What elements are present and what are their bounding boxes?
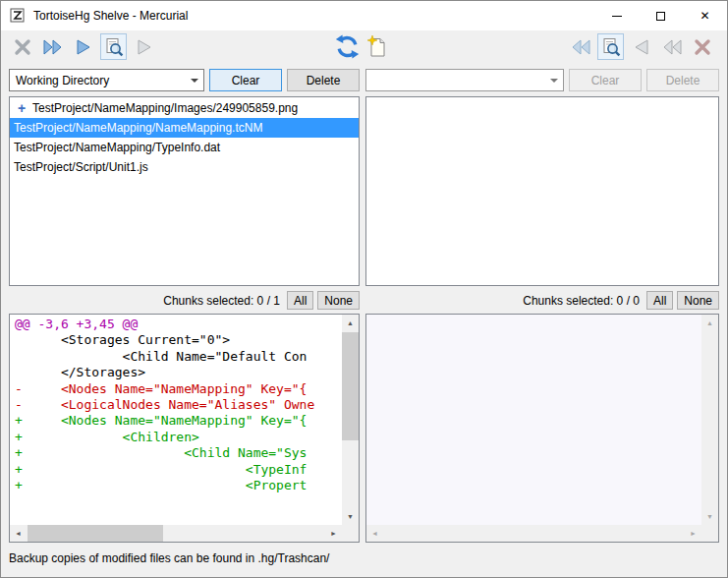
file-row[interactable]: TestProject/NameMapping/TypeInfo.dat bbox=[10, 138, 359, 157]
vertical-scrollbar[interactable]: ▲ ▼ bbox=[701, 315, 718, 525]
scrollbar-thumb[interactable] bbox=[342, 332, 359, 440]
scroll-right-icon[interactable]: ► bbox=[325, 525, 342, 542]
diff-context-line[interactable]: <Storages Current="0"> bbox=[15, 332, 342, 348]
right-all-button[interactable]: All bbox=[646, 291, 673, 310]
scrollbar-corner bbox=[342, 525, 359, 542]
left-file-list[interactable]: + TestProject/NameMapping/Images/2499058… bbox=[9, 96, 360, 286]
left-shelf-combobox[interactable]: Working Directory bbox=[9, 69, 204, 91]
right-chunks-label: Chunks selected: 0 / 0 bbox=[523, 294, 640, 308]
abort-x-icon bbox=[14, 38, 31, 56]
right-delete-button[interactable]: Delete bbox=[646, 69, 719, 91]
horizontal-scrollbar[interactable]: ◄ ► bbox=[10, 525, 342, 542]
new-file-icon bbox=[367, 35, 387, 58]
maximize-button[interactable] bbox=[639, 1, 683, 30]
diff-context-line[interactable]: </Storages> bbox=[15, 365, 342, 380]
right-clear-button[interactable]: Clear bbox=[569, 69, 642, 91]
right-shelf-combobox[interactable] bbox=[365, 69, 564, 91]
left-delete-button[interactable]: Delete bbox=[287, 69, 360, 91]
right-diff-panel: ▲ ▼ ◄ ► bbox=[365, 314, 719, 543]
diff-added-line[interactable]: + <Nodes Name="NameMapping" Key="{ bbox=[15, 413, 342, 429]
file-label: TestProject/NameMapping/TypeInfo.dat bbox=[14, 141, 220, 154]
diff-context-line[interactable]: <Child Name="Default Con bbox=[15, 349, 342, 365]
filter-row: Working Directory Clear Delete Clear Del… bbox=[9, 69, 719, 91]
diff-removed-line[interactable]: - <LogicalNodes Name="Aliases" Owne bbox=[15, 397, 342, 413]
left-clear-button[interactable]: Clear bbox=[209, 69, 282, 91]
left-chunks-label: Chunks selected: 0 / 1 bbox=[163, 294, 280, 308]
scroll-down-icon[interactable]: ▼ bbox=[342, 508, 359, 525]
left-diff-content[interactable]: @@ -3,6 +3,45 @@ <Storages Current="0"> … bbox=[10, 315, 342, 525]
minimize-button[interactable] bbox=[594, 1, 639, 30]
move-all-left-disabled-button[interactable] bbox=[658, 33, 685, 60]
app-icon bbox=[10, 8, 26, 24]
scroll-left-icon[interactable]: ◄ bbox=[366, 525, 383, 542]
delete-x-icon bbox=[694, 38, 711, 56]
move-right-disabled-button[interactable] bbox=[131, 33, 157, 60]
scroll-down-icon[interactable]: ▼ bbox=[701, 508, 718, 525]
right-chunks-bar: Chunks selected: 0 / 0 All None bbox=[365, 291, 719, 310]
right-diff-content[interactable] bbox=[366, 315, 701, 525]
left-combobox-value: Working Directory bbox=[16, 74, 109, 87]
file-row[interactable]: TestProject/Script/Unit1.js bbox=[10, 157, 359, 177]
right-file-list[interactable] bbox=[365, 96, 719, 286]
left-filter-half: Working Directory Clear Delete bbox=[9, 69, 360, 91]
right-arrow-icon bbox=[75, 38, 92, 56]
right-combobox-dropdown[interactable] bbox=[545, 71, 562, 89]
vertical-scrollbar[interactable]: ▲ ▼ bbox=[342, 315, 359, 525]
double-right-arrow-icon bbox=[42, 39, 64, 55]
scrollbar-corner bbox=[701, 525, 718, 542]
diff-removed-line[interactable]: - <Nodes Name="NameMapping" Key="{ bbox=[15, 381, 342, 397]
double-left-arrow-light-icon bbox=[570, 39, 591, 55]
scroll-left-icon[interactable]: ◄ bbox=[10, 525, 27, 542]
added-status-icon: + bbox=[14, 100, 29, 116]
edit-left-file-button[interactable] bbox=[100, 33, 127, 60]
file-row-added[interactable]: + TestProject/NameMapping/Images/2499058… bbox=[10, 98, 359, 118]
double-left-arrow-disabled-icon bbox=[661, 39, 683, 55]
horizontal-scrollbar[interactable]: ◄ ► bbox=[366, 525, 701, 542]
diff-row: @@ -3,6 +3,45 @@ <Storages Current="0"> … bbox=[9, 314, 719, 543]
left-none-button[interactable]: None bbox=[317, 291, 360, 310]
status-bar: Backup copies of modified files can be f… bbox=[1, 543, 727, 577]
left-all-button[interactable]: All bbox=[287, 291, 313, 310]
scroll-up-icon[interactable]: ▲ bbox=[701, 315, 718, 331]
file-row-selected[interactable]: TestProject/NameMapping/NameMapping.tcNM bbox=[10, 118, 359, 138]
close-icon: ✕ bbox=[700, 9, 709, 23]
magnifier-file-icon bbox=[104, 37, 124, 57]
chunks-row: Chunks selected: 0 / 1 All None Chunks s… bbox=[9, 291, 719, 310]
maximize-icon bbox=[656, 12, 665, 21]
new-shelf-button[interactable] bbox=[364, 33, 391, 60]
tortoisehg-shelve-window: TortoiseHg Shelve - Mercurial ✕ bbox=[0, 0, 728, 578]
left-chunks-bar: Chunks selected: 0 / 1 All None bbox=[9, 291, 360, 310]
diff-added-line[interactable]: + <TypeInf bbox=[15, 462, 342, 478]
file-label: TestProject/NameMapping/Images/249905859… bbox=[32, 101, 298, 115]
scroll-up-icon[interactable]: ▲ bbox=[342, 315, 359, 331]
right-arrow-disabled-icon bbox=[136, 38, 153, 56]
delete-shelf-toolbar-button[interactable] bbox=[689, 33, 715, 60]
status-text: Backup copies of modified files can be f… bbox=[9, 551, 329, 565]
magnifier-file-icon bbox=[601, 37, 621, 57]
window-title: TortoiseHg Shelve - Mercurial bbox=[33, 9, 594, 23]
left-arrow-disabled-icon bbox=[633, 38, 650, 56]
diff-added-line[interactable]: + <Child Name="Sys bbox=[15, 445, 342, 461]
move-all-right-button[interactable] bbox=[39, 33, 66, 60]
minimize-icon bbox=[612, 16, 622, 17]
chevron-down-icon bbox=[191, 79, 198, 83]
chevron-down-icon bbox=[550, 79, 558, 83]
file-lists-row: + TestProject/NameMapping/Images/2499058… bbox=[9, 96, 719, 286]
move-all-left-light-button[interactable] bbox=[567, 33, 593, 60]
diff-added-line[interactable]: + <Propert bbox=[15, 478, 342, 493]
refresh-button[interactable] bbox=[334, 33, 361, 60]
left-combobox-dropdown[interactable] bbox=[186, 71, 202, 89]
diff-hunk-header[interactable]: @@ -3,6 +3,45 @@ bbox=[15, 317, 342, 332]
left-diff-panel: @@ -3,6 +3,45 @@ <Storages Current="0"> … bbox=[9, 314, 360, 543]
diff-added-line[interactable]: + <Children> bbox=[15, 430, 342, 445]
move-left-disabled-button[interactable] bbox=[628, 33, 654, 60]
move-selected-right-button[interactable] bbox=[70, 33, 96, 60]
close-button[interactable]: ✕ bbox=[683, 1, 727, 30]
right-none-button[interactable]: None bbox=[677, 291, 719, 310]
scrollbar-thumb[interactable] bbox=[28, 525, 163, 542]
scroll-right-icon[interactable]: ► bbox=[685, 525, 701, 542]
abort-button[interactable] bbox=[9, 33, 35, 60]
refresh-icon bbox=[335, 34, 360, 59]
titlebar: TortoiseHg Shelve - Mercurial ✕ bbox=[1, 1, 727, 30]
edit-right-file-button[interactable] bbox=[597, 33, 624, 60]
